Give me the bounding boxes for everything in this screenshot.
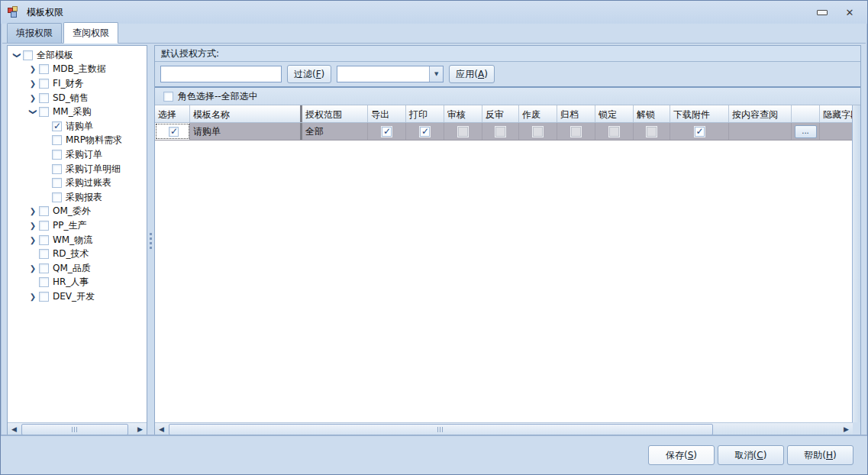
tree-checkbox[interactable]: [39, 292, 49, 302]
col-header-unlock[interactable]: 解锁: [634, 105, 670, 122]
col-header-scope[interactable]: 授权范围: [302, 105, 368, 122]
cancel-button[interactable]: 取消(C): [718, 445, 784, 465]
col-header-invalidate[interactable]: 作废: [519, 105, 557, 122]
tab-fill-permission[interactable]: 填报权限: [7, 23, 62, 43]
tree-checkbox[interactable]: [52, 135, 62, 145]
tab-view-permission[interactable]: 查阅权限: [63, 22, 118, 44]
help-button[interactable]: 帮助(H): [787, 445, 853, 465]
lock-checkbox[interactable]: [609, 127, 619, 137]
tree-node[interactable]: MRP物料需求: [8, 134, 147, 148]
tree-h-scrollbar[interactable]: ◀ ▶: [8, 422, 147, 435]
table-row[interactable]: 请购单 全部 ...: [155, 123, 853, 141]
col-header-hidden-fields[interactable]: 隐藏字段: [820, 105, 853, 122]
chevron-right-icon[interactable]: ❯: [27, 207, 39, 215]
tree-node[interactable]: 采购订单: [8, 147, 147, 162]
tree-checkbox[interactable]: [39, 93, 49, 103]
tree-node[interactable]: RD_技术: [8, 247, 147, 261]
scroll-right-icon[interactable]: ▶: [134, 424, 146, 435]
invalidate-checkbox[interactable]: [533, 127, 543, 137]
col-header-export[interactable]: 导出: [368, 105, 406, 122]
chevron-down-icon[interactable]: ▼: [429, 66, 443, 82]
col-header-more[interactable]: [792, 105, 820, 122]
unaudit-checkbox[interactable]: [495, 127, 505, 137]
grid-v-scrollbar[interactable]: [852, 105, 860, 422]
app-icon: [8, 6, 20, 18]
chevron-down-icon[interactable]: ❯: [29, 106, 37, 118]
chevron-right-icon[interactable]: ❯: [27, 292, 39, 301]
tree-checkbox[interactable]: [39, 249, 49, 259]
save-button[interactable]: 保存(S): [648, 445, 715, 465]
chevron-right-icon[interactable]: ❯: [27, 236, 39, 244]
unlock-checkbox[interactable]: [647, 127, 657, 137]
tree-checkbox[interactable]: [39, 263, 49, 273]
row-select-checkbox[interactable]: [169, 127, 179, 137]
tree-checkbox[interactable]: [52, 164, 62, 174]
tree-checkbox[interactable]: [52, 192, 62, 202]
select-all-roles-checkbox[interactable]: [163, 92, 173, 102]
col-header-lock[interactable]: 锁定: [595, 105, 634, 122]
scroll-left-icon[interactable]: ◀: [156, 424, 167, 435]
tree-node[interactable]: HR_人事: [8, 276, 147, 290]
tree-node[interactable]: ❯MDB_主数据: [8, 63, 147, 77]
footer-button-bar: 保存(S) 取消(C) 帮助(H): [1, 435, 867, 474]
tree-node[interactable]: ❯FI_财务: [8, 76, 147, 91]
col-header-unaudit[interactable]: 反审: [482, 105, 519, 122]
col-header-archive[interactable]: 归档: [557, 105, 595, 122]
tree-node[interactable]: 请购单: [8, 119, 147, 134]
scroll-right-icon[interactable]: ▶: [841, 424, 852, 435]
audit-checkbox[interactable]: [458, 127, 468, 137]
grid-h-scrollbar[interactable]: ◀ ▶: [155, 422, 853, 435]
download-checkbox[interactable]: [695, 127, 705, 137]
scrollbar-thumb[interactable]: [21, 424, 128, 435]
tree-node[interactable]: 采购订单明细: [8, 162, 147, 176]
tree-checkbox[interactable]: [52, 150, 62, 160]
scroll-left-icon[interactable]: ◀: [8, 424, 20, 435]
tree-node[interactable]: 采购报表: [8, 190, 147, 205]
tree-node[interactable]: ❯QM_品质: [8, 261, 147, 276]
minimize-button[interactable]: [815, 6, 829, 18]
col-header-audit[interactable]: 审核: [444, 105, 482, 122]
col-header-template-name[interactable]: 模板名称: [190, 105, 302, 122]
tree-node[interactable]: ❯MM_采购: [8, 105, 147, 119]
tree-node-label: PP_生产: [53, 219, 86, 232]
tree-checkbox[interactable]: [23, 50, 33, 60]
tree-node[interactable]: ❯WM_物流: [8, 233, 147, 247]
chevron-right-icon[interactable]: ❯: [27, 94, 39, 102]
tree-node[interactable]: ❯SD_销售: [8, 91, 147, 105]
scrollbar-thumb[interactable]: [169, 424, 713, 435]
tree-checkbox[interactable]: [39, 221, 49, 231]
col-header-by-content[interactable]: 按内容查阅: [729, 105, 792, 122]
print-checkbox[interactable]: [420, 127, 430, 137]
tree-checkbox[interactable]: [52, 121, 62, 131]
more-button[interactable]: ...: [795, 125, 817, 138]
tree-checkbox[interactable]: [39, 277, 49, 287]
chevron-right-icon[interactable]: ❯: [27, 264, 39, 273]
apply-button[interactable]: 应用(A): [449, 65, 495, 83]
tree-checkbox[interactable]: [39, 206, 49, 216]
export-checkbox[interactable]: [382, 127, 392, 137]
col-header-select[interactable]: 选择: [155, 105, 190, 122]
close-button[interactable]: ✕: [843, 6, 857, 18]
tree-checkbox[interactable]: [39, 107, 49, 117]
filter-input[interactable]: [160, 66, 282, 82]
tree-node[interactable]: ❯OM_委外: [8, 205, 147, 219]
tree-node[interactable]: 采购过账表: [8, 176, 147, 190]
chevron-right-icon[interactable]: ❯: [27, 65, 39, 73]
tree-checkbox[interactable]: [39, 235, 49, 245]
archive-checkbox[interactable]: [571, 127, 581, 137]
col-header-print[interactable]: 打印: [406, 105, 444, 122]
tree-node[interactable]: ❯全部模板: [8, 48, 147, 63]
chevron-right-icon[interactable]: ❯: [27, 79, 39, 88]
tree-checkbox[interactable]: [52, 178, 62, 188]
chevron-down-icon[interactable]: ❯: [13, 49, 21, 61]
chevron-right-icon[interactable]: ❯: [27, 221, 39, 230]
col-header-download[interactable]: 下载附件: [670, 105, 729, 122]
tree-checkbox[interactable]: [39, 79, 49, 89]
tree-node[interactable]: ❯DEV_开发: [8, 289, 147, 304]
panel-splitter[interactable]: [147, 45, 154, 436]
auth-mode-combobox[interactable]: ▼: [337, 66, 444, 82]
filter-button[interactable]: 过滤(F): [287, 65, 331, 83]
default-auth-label: 默认授权方式:: [155, 46, 860, 62]
tree-checkbox[interactable]: [39, 64, 49, 74]
tree-node[interactable]: ❯PP_生产: [8, 218, 147, 233]
